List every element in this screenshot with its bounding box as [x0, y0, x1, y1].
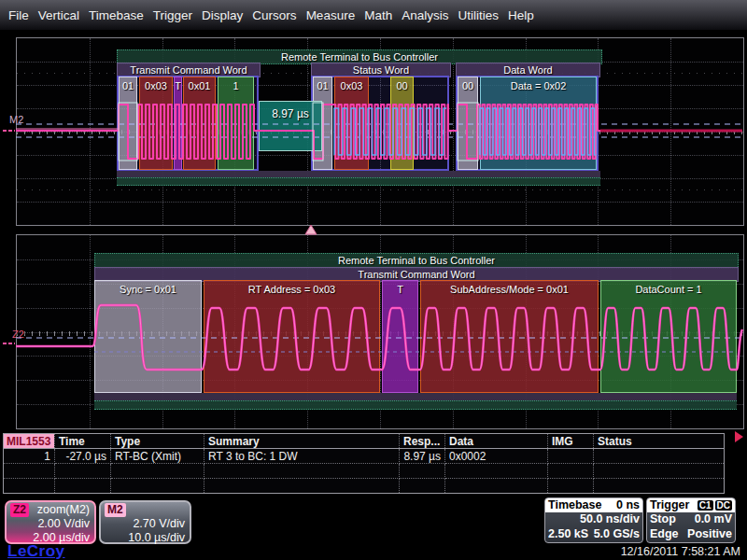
lecroy-logo: LeCroy: [7, 542, 65, 560]
timebase-rate: 5.0 GS/s: [594, 527, 640, 542]
z2-descriptor-box[interactable]: Z2 zoom(M2) 2.00 V/div 2.00 µs/div: [5, 500, 96, 544]
trigger-source-badge: C1: [698, 500, 713, 511]
cell-type[interactable]: RT-BC (Xmit): [111, 449, 204, 464]
cell-index[interactable]: 1: [4, 449, 55, 464]
menu-measure[interactable]: Measure: [306, 8, 356, 22]
m2-badge: M2: [105, 503, 126, 517]
timebase-descriptor-box[interactable]: Timebase 0 ns 50.0 ns/div 2.50 kS 5.0 GS…: [544, 497, 643, 543]
cell-resp[interactable]: 8.97 µs: [400, 449, 445, 464]
trigger-mode: Stop: [650, 512, 676, 527]
col-resp: Resp...: [400, 434, 445, 449]
menu-bar: File Vertical Timebase Trigger Display C…: [0, 0, 747, 31]
z2-badge: Z2: [10, 503, 29, 517]
field-zoom-count: DataCount = 1: [600, 280, 737, 393]
response-time-annotation: 8.97 µs: [259, 101, 322, 151]
cell-status[interactable]: [594, 449, 725, 464]
menu-cursors[interactable]: Cursors: [252, 8, 296, 22]
field-cmd-rtaddr: 0x03: [139, 77, 173, 170]
timebase-tdiv: 50.0 ns/div: [580, 512, 640, 527]
field-data-value: Data = 0x02: [480, 77, 597, 170]
trigger-type: Edge: [650, 527, 679, 542]
m2-vdiv: 2.70 V/div: [105, 517, 185, 531]
menu-display[interactable]: Display: [202, 8, 243, 22]
decode-strip: [117, 171, 600, 177]
table-row[interactable]: 1 -27.0 µs RT-BC (Xmit) RT 3 to BC: 1 DW…: [4, 449, 725, 464]
decode-strip: [117, 177, 600, 186]
m2-tdiv: 10.0 µs/div: [105, 531, 185, 545]
table-scroll-arrow-icon[interactable]: [735, 431, 743, 442]
field-cmd-count: 1: [218, 77, 254, 170]
field-cmd-tr: T: [174, 77, 182, 170]
cell-summary[interactable]: RT 3 to BC: 1 DW: [204, 449, 400, 464]
datetime-display: 12/16/2011 7:58:21 AM: [621, 545, 740, 558]
field-zoom-tr: T: [382, 280, 418, 393]
menu-help[interactable]: Help: [508, 8, 534, 22]
m2-descriptor-box[interactable]: M2 2.70 V/div 10.0 µs/div: [99, 500, 191, 544]
cell-time[interactable]: -27.0 µs: [55, 449, 111, 464]
field-cmd-subaddr: 0x01: [183, 77, 216, 170]
trace-label-m2[interactable]: M2: [9, 114, 23, 125]
decode-table-header: MIL1553 Time Type Summary Resp... Data I…: [4, 434, 725, 449]
menu-file[interactable]: File: [8, 8, 29, 22]
timebase-samples: 2.50 kS: [548, 527, 588, 542]
col-status: Status: [594, 434, 725, 449]
col-data: Data: [445, 434, 548, 449]
timebase-offset: 0 ns: [616, 498, 640, 512]
protocol-badge: MIL1553: [4, 434, 54, 449]
field-zoom-subaddr: SubAddress/Mode = 0x01: [420, 280, 599, 393]
field-status-code: 00: [390, 77, 414, 170]
trigger-slope: Positive: [687, 527, 732, 542]
col-summary: Summary: [204, 434, 400, 449]
field-cmd-sync: 01: [119, 77, 137, 170]
table-row-empty[interactable]: [4, 464, 725, 479]
decode-table: MIL1553 Time Type Summary Resp... Data I…: [3, 433, 725, 494]
timebase-label: Timebase: [548, 498, 601, 512]
trace-label-z2[interactable]: Z2: [12, 329, 24, 340]
z2-title: zoom(M2): [37, 503, 90, 517]
trigger-coupling-badge: DC: [715, 500, 732, 511]
col-img: IMG: [548, 434, 594, 449]
z2-vdiv: 2.00 V/div: [10, 517, 90, 531]
menu-timebase[interactable]: Timebase: [89, 8, 144, 22]
trigger-label: Trigger: [650, 498, 689, 512]
cell-img[interactable]: [548, 449, 594, 464]
decode-strip: [94, 400, 737, 410]
field-zoom-rtaddr: RT Address = 0x03: [204, 280, 380, 393]
field-data-sync: 00: [458, 77, 478, 170]
col-time: Time: [55, 434, 111, 449]
oscilloscope-screen: File Vertical Timebase Trigger Display C…: [0, 0, 747, 560]
menu-vertical[interactable]: Vertical: [38, 8, 79, 22]
menu-math[interactable]: Math: [364, 8, 392, 22]
menu-analysis[interactable]: Analysis: [402, 8, 448, 22]
trigger-level: 0.0 mV: [695, 512, 732, 527]
menu-trigger[interactable]: Trigger: [153, 8, 192, 22]
table-row-empty[interactable]: [4, 479, 725, 494]
field-zoom-sync: Sync = 0x01: [94, 280, 202, 393]
trigger-descriptor-box[interactable]: Trigger C1DC Stop 0.0 mV Edge Positive: [646, 497, 736, 543]
col-type: Type: [111, 434, 204, 449]
field-status-addr: 0x03: [334, 77, 369, 170]
cell-data[interactable]: 0x0002: [445, 449, 548, 464]
decode-strip: [94, 393, 737, 400]
col-protocol: MIL1553: [4, 434, 55, 449]
menu-utilities[interactable]: Utilities: [458, 8, 499, 22]
